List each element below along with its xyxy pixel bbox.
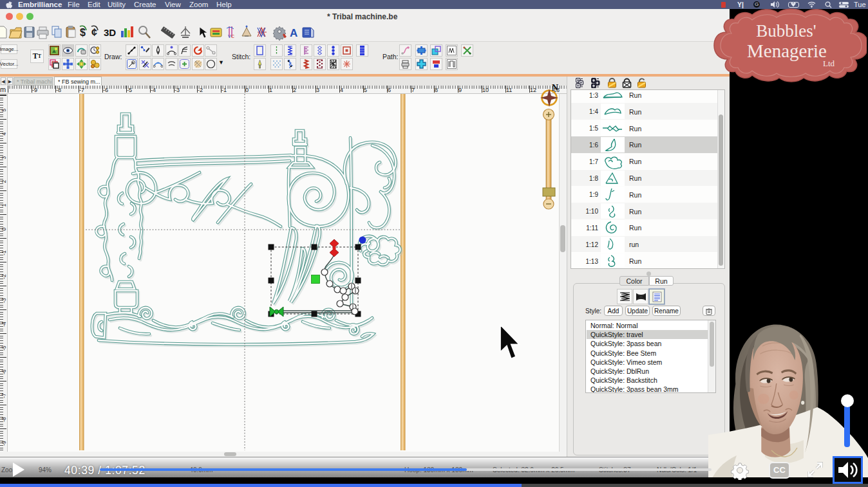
svg-text:Ltd: Ltd bbox=[823, 59, 835, 68]
svg-text:Bubbles': Bubbles' bbox=[756, 21, 816, 41]
svg-text:N: N bbox=[552, 83, 558, 93]
svg-text:¢: ¢ bbox=[91, 27, 97, 38]
svg-text:$: $ bbox=[80, 27, 86, 38]
svg-text:3D: 3D bbox=[104, 27, 116, 38]
svg-text:C: C bbox=[231, 34, 234, 39]
svg-text:Menagerie: Menagerie bbox=[747, 41, 827, 61]
svg-text:A: A bbox=[290, 27, 297, 39]
